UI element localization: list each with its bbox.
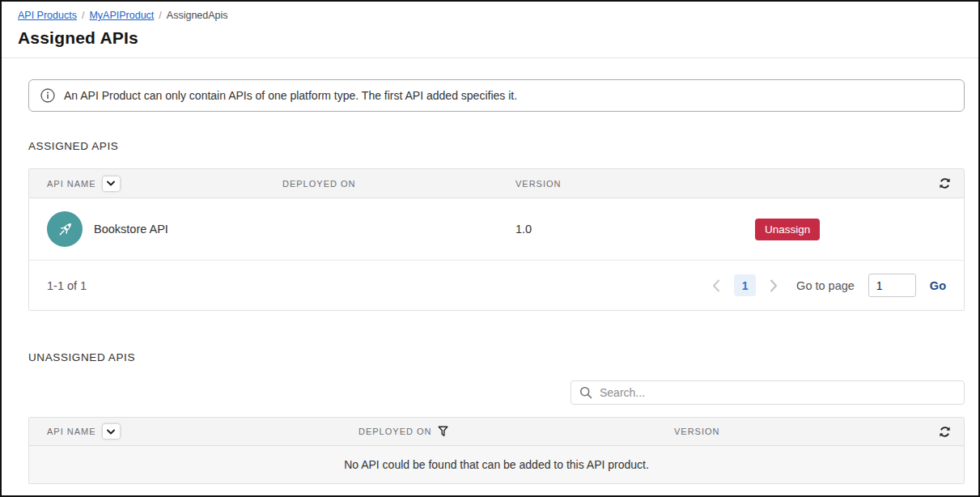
search-box[interactable]: [571, 380, 965, 405]
cell-api-name: Bookstore API: [29, 211, 282, 247]
column-header-version: VERSION: [515, 179, 755, 189]
cell-version: 1.0: [515, 223, 755, 236]
rocket-icon: [54, 219, 76, 240]
unassigned-apis-table: API NAME DEPLOYED ON VERSION: [28, 417, 965, 484]
refresh-icon: [939, 177, 951, 189]
table-row: Bookstore API 1.0 Unassign: [29, 198, 964, 261]
refresh-button[interactable]: [939, 426, 951, 438]
header-divider: [2, 57, 978, 58]
breadcrumb-current: AssignedApis: [167, 10, 228, 21]
empty-state-message: No API could be found that can be added …: [29, 446, 964, 483]
filter-deployed-on-button[interactable]: [438, 426, 448, 437]
refresh-icon: [939, 426, 951, 438]
go-to-page-label: Go to page: [796, 279, 855, 292]
column-header-api-name: API NAME: [29, 176, 282, 191]
column-label-api-name: API NAME: [47, 179, 96, 189]
info-icon: [40, 88, 55, 103]
column-header-api-name: API NAME: [29, 424, 358, 439]
column-header-version-actions: VERSION: [674, 426, 964, 438]
column-label-api-name: API NAME: [47, 427, 96, 436]
column-label-version: VERSION: [515, 179, 562, 189]
info-banner-text: An API Product can only contain APIs of …: [64, 89, 517, 102]
page-header: API Products / MyAPIProduct / AssignedAp…: [2, 2, 978, 57]
page-title: Assigned APIs: [18, 28, 962, 57]
api-avatar: [47, 211, 83, 247]
previous-page-button[interactable]: [712, 279, 720, 292]
main-content: An API Product can only contain APIs of …: [2, 79, 978, 484]
search-row: [28, 380, 965, 405]
filter-icon: [438, 426, 448, 437]
breadcrumb-separator: /: [159, 10, 161, 21]
page-number-button[interactable]: 1: [734, 274, 756, 296]
sort-api-name-button[interactable]: [103, 176, 120, 191]
pagination-range-label: 1-1 of 1: [47, 279, 87, 292]
column-header-actions: [755, 177, 964, 189]
cell-action: Unassign: [755, 219, 964, 240]
unassign-button[interactable]: Unassign: [755, 219, 820, 240]
breadcrumb-separator: /: [82, 10, 84, 21]
breadcrumb-link-myapiproduct[interactable]: MyAPIProduct: [89, 10, 154, 21]
column-header-deployed-on: DEPLOYED ON: [358, 426, 674, 437]
assigned-apis-table: API NAME DEPLOYED ON VERSION: [28, 168, 965, 311]
assigned-table-header: API NAME DEPLOYED ON VERSION: [29, 169, 964, 198]
pager-controls: 1 Go to page Go: [712, 274, 946, 297]
refresh-button[interactable]: [939, 177, 951, 189]
info-banner: An API Product can only contain APIs of …: [28, 79, 965, 112]
column-label-version: VERSION: [674, 427, 720, 436]
chevron-left-icon: [712, 279, 720, 292]
pagination: 1-1 of 1 1 Go to page Go: [29, 261, 964, 310]
column-label-deployed-on: DEPLOYED ON: [282, 179, 355, 189]
next-page-button[interactable]: [770, 279, 778, 292]
search-input[interactable]: [600, 386, 956, 399]
breadcrumb: API Products / MyAPIProduct / AssignedAp…: [18, 10, 962, 21]
chevron-down-icon: [107, 181, 115, 186]
search-icon: [579, 386, 592, 399]
section-title-unassigned: UNASSIGNED APIS: [28, 351, 965, 363]
section-title-assigned: ASSIGNED APIS: [28, 140, 965, 152]
column-label-deployed-on: DEPLOYED ON: [358, 427, 431, 436]
go-to-page-input[interactable]: [868, 274, 916, 297]
go-button[interactable]: Go: [930, 279, 946, 292]
breadcrumb-link-api-products[interactable]: API Products: [18, 10, 77, 21]
api-name-text: Bookstore API: [94, 223, 168, 236]
unassigned-table-header: API NAME DEPLOYED ON VERSION: [29, 418, 964, 446]
sort-api-name-button[interactable]: [103, 424, 120, 439]
chevron-down-icon: [107, 429, 115, 435]
column-header-deployed-on: DEPLOYED ON: [282, 179, 515, 189]
chevron-right-icon: [770, 279, 778, 292]
